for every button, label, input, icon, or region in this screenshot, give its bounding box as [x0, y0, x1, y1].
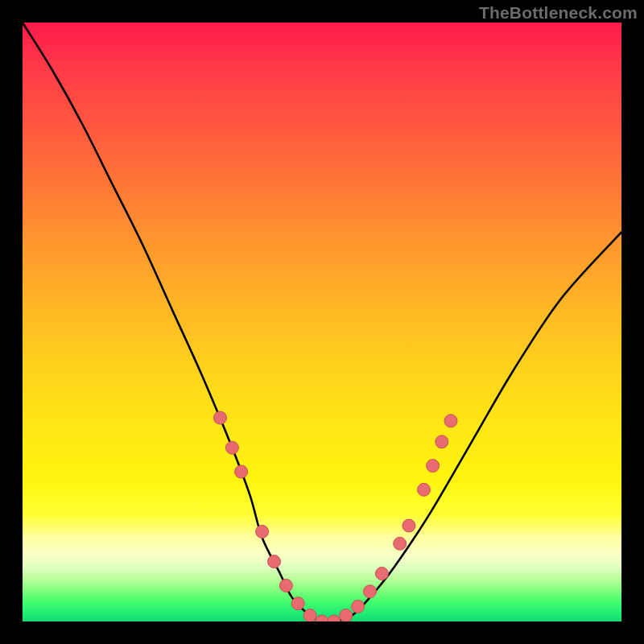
watermark-label: TheBottleneck.com [479, 3, 638, 23]
marker-point [214, 411, 227, 424]
marker-point [375, 568, 388, 580]
marker-point [328, 615, 341, 621]
chart-svg [23, 23, 621, 621]
marker-point [436, 436, 448, 448]
marker-point [402, 519, 415, 532]
marker-point [427, 460, 440, 473]
marker-point [303, 609, 316, 621]
marker-point [444, 415, 457, 427]
marker-point [279, 579, 292, 592]
marker-point [268, 555, 281, 568]
chart-frame: TheBottleneck.com [0, 0, 644, 644]
marker-point [291, 597, 304, 610]
marker-point [256, 525, 269, 538]
marker-point [340, 609, 353, 621]
marker-point [418, 483, 431, 496]
marker-point [235, 465, 248, 478]
plot-area [23, 23, 621, 621]
marker-point [316, 615, 328, 621]
bottleneck-curve [23, 23, 621, 621]
marker-point [352, 600, 365, 613]
marker-point [394, 537, 407, 550]
marker-point [225, 441, 238, 454]
marker-point [364, 585, 377, 598]
highlighted-points [214, 411, 458, 621]
